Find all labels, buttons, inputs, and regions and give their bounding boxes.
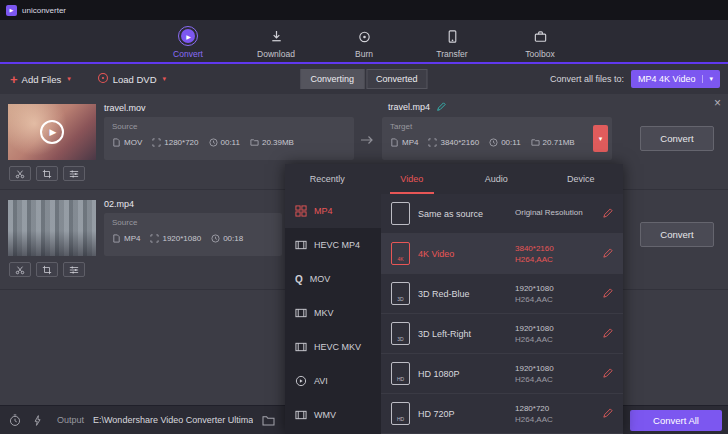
preset-3d-left-right[interactable]: 3D 3D Left-Right 1920*1080 H264,AAC [381,314,623,354]
toolbox-icon [533,26,548,46]
edit-pencil-icon[interactable] [599,406,615,422]
convert-all-button[interactable]: Convert All [630,410,722,431]
format-item-wmv[interactable]: WMV [285,398,381,432]
target-format-dropdown[interactable]: ▾ [593,125,608,152]
format-item-mp4[interactable]: MP4 [285,194,381,228]
file-name: travel.mov [104,103,146,113]
chevron-down-icon: ▾ [67,75,71,83]
tab-recently[interactable]: Recently [285,164,370,194]
toolbar: + Add Files ▾ Load DVD ▾ Converting Conv… [0,64,728,94]
preset-file-icon: 4K [391,242,410,265]
preview-play-button[interactable]: ▶ [8,104,96,160]
tab-video[interactable]: Video [370,164,455,194]
effects-sliders-icon[interactable] [63,166,85,181]
app-title: uniconverter [22,6,66,15]
crop-icon[interactable] [36,166,58,181]
add-files-button[interactable]: + Add Files ▾ [10,73,71,86]
dvd-disc-icon [97,70,109,88]
app-logo-icon: ▶ [6,5,17,16]
load-dvd-button[interactable]: Load DVD ▾ [97,70,166,88]
burn-disc-icon [357,26,372,46]
close-icon[interactable]: × [714,96,721,110]
resolution-value: 1920*1080 [150,234,201,243]
convert-button[interactable]: Convert [640,222,714,247]
trim-scissors-icon[interactable] [9,166,31,181]
main-nav: ▶ Convert Download Burn Transfer [0,20,728,64]
schedule-timer-icon[interactable] [8,413,22,427]
edit-toolbar [9,262,85,277]
format-value: MP4 [390,138,418,147]
format-item-hevc-mp4[interactable]: HEVC MP4 [285,228,381,262]
convert-button[interactable]: Convert [640,126,714,151]
duration-value: 00:18 [211,234,243,243]
download-icon [269,26,284,46]
tab-download-label: Download [257,49,295,59]
resolution-value: 3840*2160 [428,138,479,147]
open-folder-icon[interactable] [262,415,275,426]
format-item-mov[interactable]: Q MOV [285,262,381,296]
resolution-value: 1280*720 [152,138,198,147]
converting-tab[interactable]: Converting [300,69,364,89]
preset-file-icon: HD [391,402,410,425]
format-picker-tabs: Recently Video Audio Device [285,164,623,194]
convert-play-icon: ▶ [178,26,198,46]
duration-value: 00:11 [209,138,240,147]
tab-convert[interactable]: ▶ Convert [159,26,217,62]
video-thumbnail[interactable] [8,200,96,256]
format-item-hevc-mkv[interactable]: HEVC MKV [285,330,381,364]
edit-pencil-icon[interactable] [599,246,615,262]
preset-file-icon: 3D [391,322,410,345]
tab-burn[interactable]: Burn [335,26,393,62]
chevron-down-icon: ▾ [702,75,713,83]
crop-icon[interactable] [36,262,58,277]
preset-same-as-source[interactable]: Same as source Original Resolution [381,194,623,234]
format-item-mkv[interactable]: MKV [285,296,381,330]
tab-audio[interactable]: Audio [454,164,539,194]
trim-scissors-icon[interactable] [9,262,31,277]
edit-pencil-icon[interactable] [599,366,615,382]
source-info-box: Source MP4 1920*1080 00:18 [104,213,282,256]
chevron-down-icon: ▾ [163,75,167,83]
preset-file-icon: 3D [391,282,410,305]
output-format-select[interactable]: MP4 4K Video ▾ [631,70,720,88]
effects-sliders-icon[interactable] [63,262,85,277]
video-thumbnail[interactable]: ▶ [8,104,96,160]
preset-4k-video[interactable]: 4K 4K Video 3840*2160 H264,AAC [381,234,623,274]
rename-pencil-icon[interactable] [436,102,446,112]
transfer-device-icon [445,26,460,46]
file-name: 02.mp4 [104,199,134,209]
tab-toolbox[interactable]: Toolbox [511,26,569,62]
tab-transfer[interactable]: Transfer [423,26,481,62]
plus-icon: + [10,73,18,86]
converted-tab[interactable]: Converted [366,69,428,89]
tab-toolbox-label: Toolbox [525,49,554,59]
tab-transfer-label: Transfer [436,49,467,59]
preset-hd-1080p[interactable]: HD HD 1080P 1920*1080 H264,AAC [381,354,623,394]
high-speed-lightning-icon[interactable] [31,414,44,427]
format-item-avi[interactable]: AVI [285,364,381,398]
app-window: ▶ uniconverter ▶ Convert Download Burn [0,0,728,434]
play-icon: ▶ [40,120,64,144]
edit-pencil-icon[interactable] [599,206,615,222]
tab-download[interactable]: Download [247,26,305,62]
filesize-value: 20.39MB [250,138,294,147]
preset-file-icon [391,202,410,225]
output-label: Output [57,415,84,425]
tab-device[interactable]: Device [539,164,624,194]
edit-pencil-icon[interactable] [599,286,615,302]
tab-burn-label: Burn [355,49,373,59]
convert-all-to: Convert all files to: MP4 4K Video ▾ [550,70,720,88]
filesize-value: 20.71MB [531,138,575,147]
preset-hd-720p[interactable]: HD HD 720P 1280*720 H264,AAC [381,394,623,434]
preset-file-icon: HD [391,362,410,385]
titlebar: ▶ uniconverter [0,0,728,20]
preset-3d-red-blue[interactable]: 3D 3D Red-Blue 1920*1080 H264,AAC [381,274,623,314]
format-value: MP4 [112,234,140,243]
format-list: MP4 HEVC MP4 Q MOV MKV HEVC MKV [285,194,381,434]
preset-list: Same as source Original Resolution 4K 4K… [381,194,623,434]
edit-pencil-icon[interactable] [599,326,615,342]
edit-toolbar [9,166,85,181]
quicktime-icon: Q [295,274,303,285]
target-file-name: travel.mp4 [388,102,430,112]
output-path: E:\Wondershare Video Converter Ultimate\… [93,415,253,425]
